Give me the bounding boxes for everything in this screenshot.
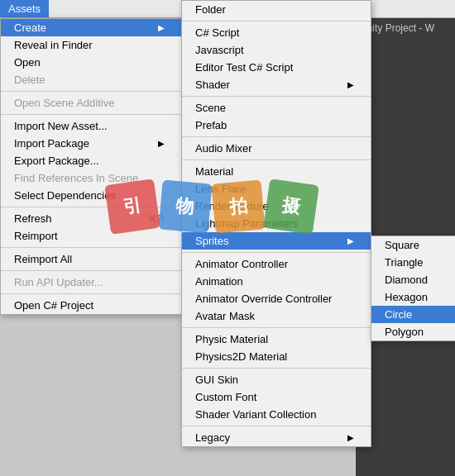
separator-3: [1, 207, 181, 207]
create-sep-1: [182, 21, 371, 21]
create-item-physic[interactable]: Physic Material: [182, 331, 371, 348]
create-submenu: Folder C# Script Javascript Editor Test …: [181, 0, 371, 447]
create-item-javascript[interactable]: Javascript: [182, 41, 371, 59]
separator-6: [1, 293, 181, 294]
create-item-animator-override[interactable]: Animator Override Controller: [182, 290, 371, 307]
create-sep-7: [182, 368, 371, 369]
menu-item-import-package[interactable]: Import Package ▶: [1, 135, 181, 152]
sprite-submenu: Square Triangle Diamond Hexagon Circle P…: [371, 236, 455, 341]
separator-1: [1, 91, 181, 92]
create-item-audio-mixer[interactable]: Audio Mixer: [182, 140, 371, 157]
create-sep-5: [182, 252, 371, 253]
menu-item-reimport[interactable]: Reimport: [1, 227, 181, 245]
create-item-custom-font[interactable]: Custom Font: [182, 388, 371, 406]
sprite-item-hexagon[interactable]: Hexagon: [371, 288, 455, 306]
menu-item-reimport-all[interactable]: Reimport All: [1, 250, 181, 268]
create-item-sprites[interactable]: Sprites ▶: [182, 232, 371, 250]
separator-2: [1, 114, 181, 115]
menu-item-open[interactable]: Open: [1, 54, 181, 71]
create-item-legacy[interactable]: Legacy ▶: [182, 429, 371, 446]
create-item-shader-variant[interactable]: Shader Variant Collection: [182, 406, 371, 423]
menu-item-open-cs[interactable]: Open C# Project: [1, 297, 181, 314]
submenu-arrow: ▶: [158, 23, 165, 32]
create-item-lightmap[interactable]: Lightmap Parameters: [182, 215, 371, 232]
create-sep-3: [182, 136, 371, 137]
menu-item-open-scene: Open Scene Additive: [1, 94, 181, 112]
menu-item-reveal[interactable]: Reveal in Finder: [1, 36, 181, 54]
create-item-scene[interactable]: Scene: [182, 99, 371, 117]
create-item-shader[interactable]: Shader ▶: [182, 76, 371, 93]
sprite-item-circle[interactable]: Circle: [371, 306, 455, 323]
create-sep-8: [182, 426, 371, 426]
shader-arrow: ▶: [347, 80, 354, 89]
menu-item-refresh[interactable]: Refresh ⌘R: [1, 210, 181, 227]
sprite-item-triangle[interactable]: Triangle: [371, 254, 455, 271]
separator-5: [1, 270, 181, 271]
sprite-item-polygon[interactable]: Polygon: [371, 323, 455, 340]
menu-item-create[interactable]: Create ▶: [1, 19, 181, 36]
assets-dropdown: Create ▶ Reveal in Finder Open Delete Op…: [0, 18, 182, 315]
menu-item-find-refs: Find References In Scene: [1, 169, 181, 187]
create-item-render-texture[interactable]: Render Texture: [182, 198, 371, 215]
create-item-editor-test[interactable]: Editor Test C# Script: [182, 59, 371, 76]
create-sep-2: [182, 96, 371, 97]
menu-item-delete: Delete: [1, 71, 181, 88]
sprite-item-diamond[interactable]: Diamond: [371, 271, 455, 288]
create-item-folder[interactable]: Folder: [182, 1, 371, 18]
create-item-prefab[interactable]: Prefab: [182, 117, 371, 134]
create-sep-6: [182, 327, 371, 328]
assets-menu[interactable]: Assets: [0, 0, 49, 17]
menu-item-select-deps[interactable]: Select Dependencies: [1, 187, 181, 204]
menu-item-import-new[interactable]: Import New Asset...: [1, 117, 181, 135]
menu-item-run-api: Run API Updater...: [1, 274, 181, 291]
create-item-avatar-mask[interactable]: Avatar Mask: [182, 307, 371, 325]
create-item-gui-skin[interactable]: GUI Skin: [182, 371, 371, 388]
create-item-lens-flare[interactable]: Lens Flare: [182, 180, 371, 198]
create-item-csharp[interactable]: C# Script: [182, 24, 371, 41]
create-item-animation[interactable]: Animation: [182, 273, 371, 290]
legacy-arrow: ▶: [347, 433, 354, 442]
separator-4: [1, 247, 181, 248]
create-item-physics2d[interactable]: Physics2D Material: [182, 348, 371, 365]
menu-item-export[interactable]: Export Package...: [1, 152, 181, 169]
sprites-arrow: ▶: [347, 236, 354, 245]
submenu-arrow-2: ▶: [158, 139, 165, 148]
create-item-animator-ctrl[interactable]: Animator Controller: [182, 255, 371, 273]
create-sep-4: [182, 159, 371, 160]
create-item-material[interactable]: Material: [182, 163, 371, 180]
sprite-item-square[interactable]: Square: [371, 236, 455, 254]
